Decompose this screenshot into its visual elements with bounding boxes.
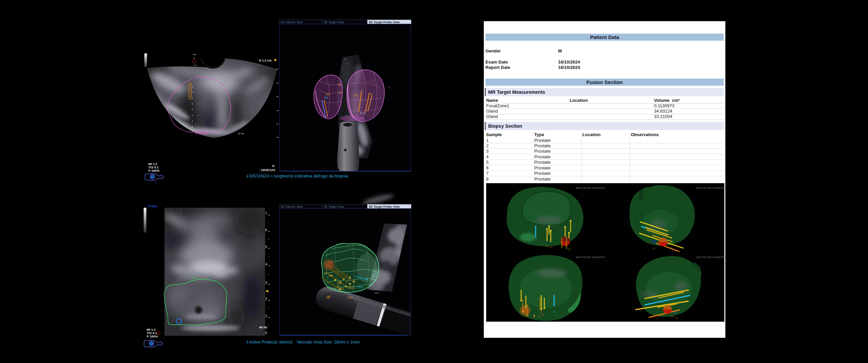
svg-text:M: M (558, 48, 562, 54)
svg-text:Fusion Section: Fusion Section (586, 79, 623, 85)
svg-text:S9: S9 (340, 287, 344, 290)
svg-text:S2: S2 (550, 246, 553, 249)
svg-text:5: 5 (486, 160, 489, 165)
svg-text:Prostate: Prostate (195, 131, 209, 135)
svg-text:D 1.3 cm: D 1.3 cm (259, 59, 272, 62)
svg-text:Exam Date: Exam Date (486, 60, 508, 65)
svg-text:Type: Type (534, 132, 544, 137)
svg-text:Gender: Gender (486, 48, 501, 54)
svg-text:—1: —1 (154, 182, 158, 184)
svg-text:Prostate: Prostate (534, 148, 550, 154)
svg-text:0.1130973: 0.1130973 (654, 103, 675, 108)
svg-text:CBSE12X: CBSE12X (261, 168, 276, 172)
svg-text:Prostate: Prostate (534, 154, 550, 159)
svg-text:16/10/2024: 16/10/2024 (558, 65, 580, 70)
svg-text:R6: R6 (326, 93, 330, 96)
svg-text:S4: S4 (541, 313, 544, 316)
svg-text:Location: Location (569, 98, 588, 103)
svg-text:7: 7 (486, 171, 489, 176)
svg-text:3D Target Probe View: 3D Target Probe View (369, 21, 400, 24)
svg-text:S8: S8 (326, 296, 330, 299)
svg-text:S6: S6 (674, 311, 677, 314)
svg-text:Prostate: Prostate (534, 165, 550, 170)
svg-text:Volume cm³: Volume cm³ (654, 98, 680, 103)
svg-text:Sample: Sample (486, 132, 502, 137)
svg-text:R3: R3 (188, 97, 192, 100)
svg-text:4: 4 (486, 154, 489, 159)
svg-text:R8: R8 (324, 96, 328, 99)
svg-text:S8: S8 (538, 315, 541, 318)
svg-text:5: 5 (265, 245, 267, 249)
svg-text:S4: S4 (659, 314, 662, 316)
svg-text:FocalZone1: FocalZone1 (486, 103, 509, 108)
svg-text:Name: Name (486, 98, 498, 103)
svg-text:Prostate: Prostate (534, 176, 550, 182)
svg-text:Prostate: Prostate (534, 171, 550, 176)
svg-text:33.21004: 33.21004 (654, 114, 672, 119)
svg-text:i Active Protocol: demo3 Ne: i Active Protocol: demo3 Necrotic Area S… (247, 339, 360, 344)
svg-text:Gland: Gland (486, 114, 498, 119)
svg-text:19 Hz: 19 Hz (238, 132, 244, 135)
svg-text:0: 0 (265, 331, 267, 335)
svg-text:2: 2 (486, 143, 489, 148)
svg-text:BATTISTON GIUSEPPI: BATTISTON GIUSEPPI (696, 187, 725, 190)
svg-text:S3: S3 (337, 281, 341, 285)
svg-text:RR 2: RR 2 (191, 276, 197, 279)
svg-text:3D Target View: 3D Target View (324, 21, 344, 24)
svg-text:S1: S1 (328, 274, 332, 277)
svg-text:Prostate: Prostate (534, 143, 550, 148)
svg-text:3: 3 (265, 280, 267, 285)
svg-text:Report Date: Report Date (486, 65, 510, 70)
svg-text:40 H: 40 H (375, 292, 379, 294)
svg-text:S7: S7 (652, 248, 655, 250)
svg-text:P 100%: P 100% (147, 334, 158, 338)
svg-text:R2: R2 (387, 86, 391, 89)
svg-text:MR Target Measurements: MR Target Measurements (488, 90, 545, 95)
svg-text:Prostate: Prostate (534, 138, 550, 143)
svg-text:S6: S6 (540, 310, 542, 313)
svg-text:Location: Location (582, 132, 600, 137)
svg-text:16/10/2024: 16/10/2024 (558, 60, 580, 65)
svg-text:7: 7 (265, 211, 267, 216)
svg-text:BATTISTON GIUSEPPI: BATTISTON GIUSEPPI (576, 256, 605, 259)
svg-text:S8: S8 (671, 315, 674, 318)
svg-text:Patient Data: Patient Data (590, 34, 619, 40)
svg-text:6: 6 (265, 228, 267, 232)
svg-text:BATTISTON GIUSEPPI: BATTISTON GIUSEPPI (576, 187, 605, 190)
svg-text:S13: S13 (358, 285, 363, 289)
svg-text:3D Volume View: 3D Volume View (281, 21, 303, 24)
svg-text:0°: 0° (272, 164, 275, 168)
svg-text:Observations: Observations (631, 132, 659, 137)
svg-text:Gland: Gland (486, 108, 498, 113)
svg-text:BATTISTON GIUSEPPI: BATTISTON GIUSEPPI (696, 256, 725, 259)
svg-text:S12: S12 (349, 286, 354, 289)
svg-text:6: 6 (486, 165, 489, 170)
svg-text:FZ2: FZ2 (360, 111, 365, 115)
svg-text:8: 8 (486, 176, 489, 182)
svg-text:34.83124: 34.83124 (654, 108, 672, 113)
svg-text:S4: S4 (546, 245, 549, 248)
svg-text:Probe: Probe (148, 204, 157, 208)
svg-text:R4: R4 (370, 80, 374, 83)
svg-text:1: 1 (265, 314, 267, 318)
svg-text:R7: R7 (338, 91, 342, 94)
svg-text:S4: S4 (669, 247, 672, 249)
svg-text:S7: S7 (568, 248, 571, 251)
svg-text:R3: R3 (354, 94, 358, 97)
svg-text:S5: S5 (553, 310, 556, 313)
svg-text:S7: S7 (676, 317, 679, 319)
svg-text:S4: S4 (324, 271, 328, 274)
svg-text:P 100%: P 100% (148, 169, 160, 172)
svg-text:Prostate: Prostate (534, 160, 550, 165)
svg-text:S6: S6 (336, 285, 340, 288)
svg-text:i DISTANZA = lunghezza indicat: i DISTANZA = lunghezza indicativa dell'a… (247, 173, 348, 178)
svg-text:3D Target View: 3D Target View (324, 205, 344, 208)
svg-text:2: 2 (265, 297, 267, 301)
svg-text:S10: S10 (347, 296, 352, 299)
svg-text:3D Volume View: 3D Volume View (281, 205, 303, 208)
svg-text:1: 1 (486, 138, 489, 143)
svg-text:R5: R5 (337, 83, 341, 87)
svg-text:3: 3 (486, 148, 489, 154)
svg-text:R1: R1 (369, 92, 373, 96)
svg-text:4: 4 (265, 262, 267, 266)
